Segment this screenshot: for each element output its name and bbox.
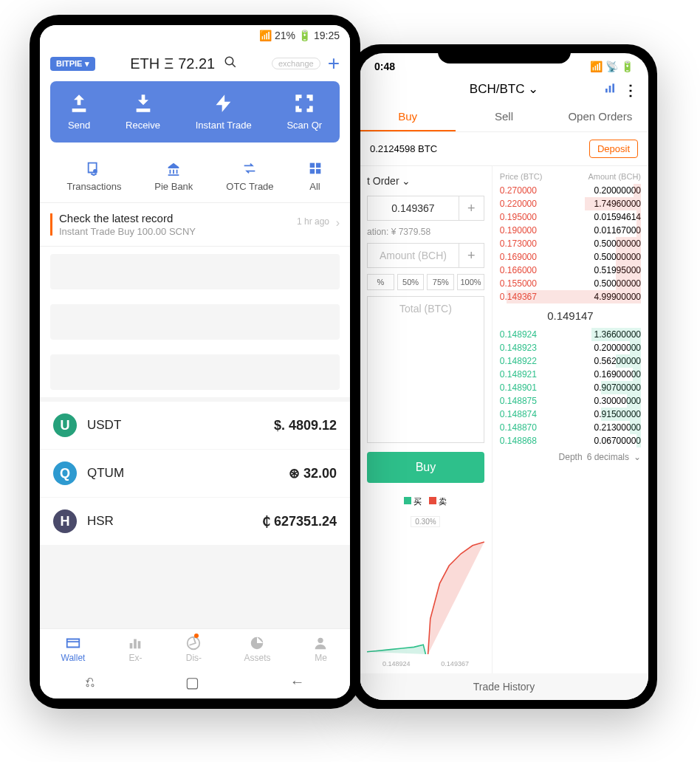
svg-rect-7 (130, 643, 133, 648)
svg-rect-8 (134, 639, 137, 649)
wallet-selector-chip[interactable]: BITPIE ▾ (50, 57, 95, 71)
trade-pair[interactable]: BCH/BTC (470, 82, 525, 96)
book-row[interactable]: 0.1493674.99900000 (500, 290, 641, 303)
instant-trade-button[interactable]: Instant Trade (196, 93, 252, 131)
coin-row-usdt[interactable]: U USDT $. 4809.12 (40, 402, 350, 449)
pct-button[interactable]: % (367, 274, 394, 290)
book-price: 0.148874 (500, 409, 537, 419)
tab-buy[interactable]: Buy (360, 103, 456, 131)
send-button[interactable]: Send (68, 93, 90, 131)
book-price: 0.169000 (500, 252, 537, 262)
book-price: 0.155000 (500, 278, 537, 289)
battery-icon: 🔋 (298, 30, 311, 41)
book-row[interactable]: 0.1550000.50000000 (500, 277, 641, 290)
book-price: 0.148921 (500, 369, 537, 380)
percent-row: %50%75%100% (367, 274, 484, 290)
coin-row-hsr[interactable]: H HSR ₵ 627351.24 (40, 498, 350, 545)
chart-icon[interactable] (604, 83, 616, 98)
trade-header: BCH/BTC ⌄ ⋮ (360, 75, 648, 103)
recents-key[interactable]: ⎌ (86, 673, 95, 691)
book-row[interactable]: 0.1489210.16900000 (500, 368, 641, 381)
trade-history-button[interactable]: Trade History (360, 673, 648, 700)
price-plus-button[interactable]: + (459, 196, 484, 221)
exchange-pill[interactable]: exchange (272, 58, 320, 69)
book-row[interactable]: 0.1730000.50000000 (500, 237, 641, 250)
search-icon[interactable] (224, 55, 237, 72)
price-input-row: 0.149367 + (367, 196, 484, 221)
svg-point-0 (225, 57, 233, 65)
chevron-down-icon[interactable]: ⌄ (528, 82, 538, 96)
depth-selector[interactable]: Depth 6 decimals ⌄ (500, 447, 641, 467)
pie-bank-button[interactable]: Pie Bank (154, 160, 193, 192)
book-row[interactable]: 0.1488680.06700000 (500, 434, 641, 447)
depth-label: Depth (559, 452, 583, 462)
coin-row-qtum[interactable]: Q QTUM ⊛ 32.00 (40, 450, 350, 497)
coin-amount: $. 4809.12 (274, 418, 337, 433)
banner-subtitle: Instant Trade Buy 100.00 SCNY (59, 226, 340, 237)
buy-button[interactable]: Buy (367, 452, 484, 483)
trade-tabs: Buy Sell Open Orders (360, 103, 648, 132)
pct-button[interactable]: 100% (457, 274, 484, 290)
book-row[interactable]: 0.2200001.74960000 (500, 197, 641, 210)
deposit-button[interactable]: Deposit (589, 140, 638, 158)
placeholder-card (50, 354, 340, 390)
book-price: 0.270000 (500, 185, 537, 196)
book-amount: 0.01167000 (594, 225, 641, 236)
iphone-notch (438, 44, 571, 64)
nav-ex[interactable]: Ex- (127, 635, 143, 663)
transactions-label: Transactions (66, 181, 121, 192)
svg-rect-15 (612, 83, 614, 92)
book-row[interactable]: 0.1489230.20000000 (500, 341, 641, 354)
pct-button[interactable]: 50% (397, 274, 425, 290)
nav-me[interactable]: Me (312, 635, 329, 663)
record-banner[interactable]: Check the latest record Instant Trade Bu… (40, 202, 350, 247)
book-row[interactable]: 0.1690000.50000000 (500, 250, 641, 264)
nav-dis[interactable]: Dis- (185, 635, 202, 663)
receive-button[interactable]: Receive (126, 93, 160, 131)
pct-button[interactable]: 75% (427, 274, 454, 290)
scan-qr-button[interactable]: Scan Qr (286, 93, 322, 131)
total-input[interactable]: Total (BTC) (367, 296, 484, 443)
book-row[interactable]: 0.1488700.21300000 (500, 421, 641, 434)
ios-indicators: 📶 📡 🔋 (590, 61, 634, 72)
otc-trade-button[interactable]: OTC Trade (226, 160, 273, 192)
available-balance: 0.2124598 BTC (370, 143, 437, 154)
legend-buy: 买 (404, 496, 422, 507)
tab-sell[interactable]: Sell (456, 103, 552, 131)
book-row[interactable]: 0.1950000.01594614 (500, 210, 641, 224)
book-row[interactable]: 0.1488740.91500000 (500, 408, 641, 421)
book-row[interactable]: 0.1900000.01167000 (500, 224, 641, 237)
price-input[interactable]: 0.149367 (367, 196, 459, 221)
usdt-icon: U (53, 413, 77, 437)
book-row[interactable]: 0.1489220.56200000 (500, 354, 641, 368)
pie-bank-label: Pie Bank (154, 181, 193, 192)
nav-label: Dis- (186, 653, 202, 663)
receive-label: Receive (126, 120, 160, 131)
book-price: 0.220000 (500, 199, 537, 209)
nav-assets[interactable]: Assets (244, 635, 270, 663)
tab-open-orders[interactable]: Open Orders (552, 103, 648, 131)
asks-list: 0.2700000.200000000.2200001.749600000.19… (500, 184, 641, 303)
mid-price: 0.149147 (500, 303, 641, 328)
order-type-selector[interactable]: t Order ⌄ (367, 172, 484, 190)
depth-chart (367, 536, 484, 654)
coin-glyph: Ξ (164, 55, 174, 72)
all-button[interactable]: All (307, 160, 323, 192)
book-row[interactable]: 0.2700000.20000000 (500, 184, 641, 197)
coin-list[interactable]: U USDT $. 4809.12Q QTUM ⊛ 32.00H HSR ₵ 6… (40, 397, 350, 628)
transactions-button[interactable]: Transactions (66, 160, 121, 192)
svg-rect-5 (309, 169, 314, 174)
book-row[interactable]: 0.1489241.36600000 (500, 328, 641, 341)
all-label: All (309, 181, 320, 192)
book-row[interactable]: 0.1489010.90700000 (500, 381, 641, 394)
amount-input[interactable]: Amount (BCH) (367, 243, 459, 268)
balance-display[interactable]: ETH Ξ 72.21 (103, 55, 264, 72)
amount-plus-button[interactable]: + (459, 243, 484, 268)
back-key[interactable]: ← (290, 673, 305, 691)
book-row[interactable]: 0.1660000.51995000 (500, 264, 641, 277)
book-row[interactable]: 0.1488750.30000000 (500, 394, 641, 408)
more-icon[interactable]: ⋮ (623, 81, 638, 99)
home-key[interactable]: ▢ (185, 673, 199, 691)
nav-wallet[interactable]: Wallet (61, 635, 86, 663)
add-button[interactable]: + (328, 52, 340, 75)
